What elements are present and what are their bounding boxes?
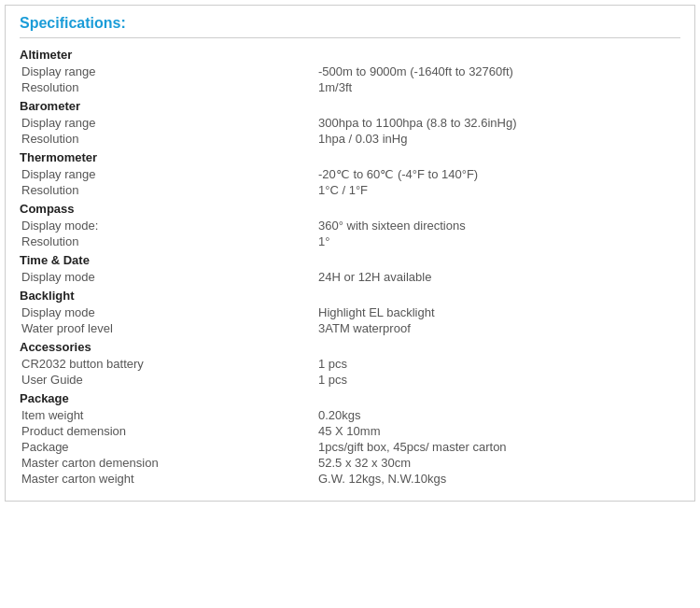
- table-row: Master carton weightG.W. 12kgs, N.W.10kg…: [20, 471, 680, 487]
- section-header-barometer: Barometer: [20, 99, 680, 113]
- spec-value: 1 pcs: [318, 357, 680, 371]
- spec-value: 1°C / 1°F: [318, 183, 680, 197]
- title-divider: [20, 37, 680, 38]
- table-row: Resolution1°C / 1°F: [20, 182, 680, 198]
- table-row: Resolution1°: [20, 233, 680, 249]
- table-row: Water proof level3ATM waterproof: [20, 320, 680, 336]
- spec-body: AltimeterDisplay range-500m to 9000m (-1…: [20, 48, 680, 487]
- section-header-thermometer: Thermometer: [20, 150, 680, 164]
- table-row: Resolution1m/3ft: [20, 79, 680, 95]
- table-row: Resolution1hpa / 0.03 inHg: [20, 131, 680, 147]
- spec-label: Resolution: [20, 132, 318, 146]
- section-header-compass: Compass: [20, 202, 680, 216]
- spec-value: -500m to 9000m (-1640ft to 32760ft): [318, 64, 680, 78]
- spec-label: Water proof level: [20, 321, 318, 335]
- table-row: Display range-20℃ to 60℃ (-4°F to 140°F): [20, 166, 680, 182]
- spec-value: 45 X 10mm: [318, 424, 680, 438]
- spec-label: Resolution: [20, 80, 318, 94]
- spec-label: Item weight: [20, 408, 318, 422]
- spec-value: 1 pcs: [318, 373, 680, 387]
- spec-label: Master carton demension: [20, 456, 318, 470]
- spec-label: Display range: [20, 167, 318, 181]
- spec-label: Resolution: [20, 183, 318, 197]
- spec-value: 24H or 12H available: [318, 270, 680, 284]
- section-header-backlight: Backlight: [20, 289, 680, 303]
- spec-value: 1hpa / 0.03 inHg: [318, 132, 680, 146]
- spec-label: Product demension: [20, 424, 318, 438]
- table-row: Display modeHighlight EL backlight: [20, 304, 680, 320]
- spec-value: Highlight EL backlight: [318, 305, 680, 319]
- spec-label: Display range: [20, 116, 318, 130]
- page-title: Specifications:: [20, 15, 680, 32]
- spec-label: CR2032 button battery: [20, 357, 318, 371]
- spec-value: 1°: [318, 234, 680, 248]
- spec-value: G.W. 12kgs, N.W.10kgs: [318, 472, 680, 486]
- specifications-container: Specifications: AltimeterDisplay range-5…: [5, 5, 695, 502]
- spec-label: Display range: [20, 64, 318, 78]
- table-row: CR2032 button battery1 pcs: [20, 356, 680, 372]
- table-row: Display mode:360° with sixteen direction…: [20, 218, 680, 233]
- spec-label: Display mode:: [20, 219, 318, 233]
- spec-label: Master carton weight: [20, 472, 318, 486]
- spec-value: -20℃ to 60℃ (-4°F to 140°F): [318, 167, 680, 181]
- spec-label: Resolution: [20, 234, 318, 248]
- table-row: Display range300hpa to 1100hpa (8.8 to 3…: [20, 115, 680, 131]
- spec-value: 360° with sixteen directions: [318, 219, 680, 233]
- spec-value: 300hpa to 1100hpa (8.8 to 32.6inHg): [318, 116, 680, 130]
- section-header-accessories: Accessories: [20, 340, 680, 354]
- spec-value: 1m/3ft: [318, 80, 680, 94]
- section-header-time-&-date: Time & Date: [20, 253, 680, 267]
- section-header-package: Package: [20, 391, 680, 405]
- spec-value: 52.5 x 32 x 30cm: [318, 456, 680, 470]
- table-row: Package1pcs/gift box, 45pcs/ master cart…: [20, 439, 680, 455]
- spec-value: 0.20kgs: [318, 408, 680, 422]
- table-row: Item weight0.20kgs: [20, 407, 680, 423]
- spec-value: 1pcs/gift box, 45pcs/ master carton: [318, 440, 680, 454]
- spec-label: Package: [20, 440, 318, 454]
- table-row: Master carton demension52.5 x 32 x 30cm: [20, 455, 680, 471]
- section-header-altimeter: Altimeter: [20, 48, 680, 62]
- table-row: User Guide1 pcs: [20, 372, 680, 388]
- spec-label: Display mode: [20, 270, 318, 284]
- table-row: Display mode24H or 12H available: [20, 269, 680, 285]
- table-row: Product demension45 X 10mm: [20, 423, 680, 439]
- spec-label: User Guide: [20, 373, 318, 387]
- spec-value: 3ATM waterproof: [318, 321, 680, 335]
- spec-label: Display mode: [20, 305, 318, 319]
- table-row: Display range-500m to 9000m (-1640ft to …: [20, 64, 680, 79]
